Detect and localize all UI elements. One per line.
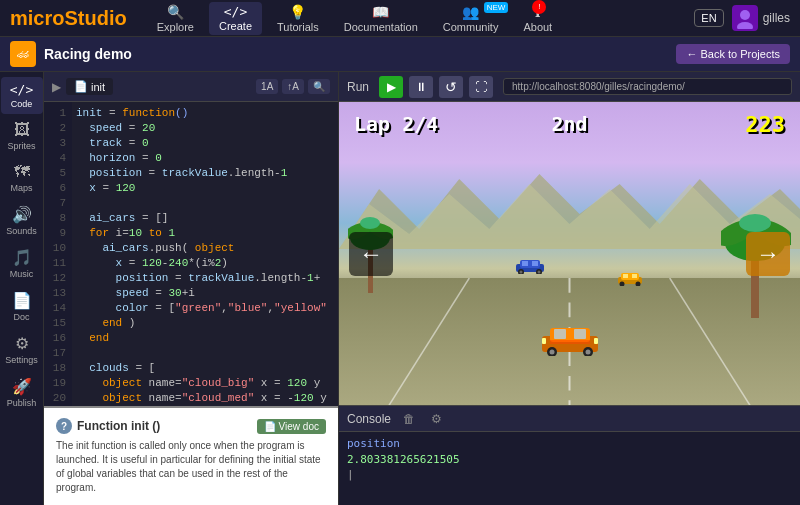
new-badge: NEW (484, 2, 509, 13)
view-doc-button[interactable]: 📄 View doc (257, 419, 326, 434)
username: gilles (763, 11, 790, 25)
svg-point-37 (549, 349, 554, 354)
info-description: The init function is called only once wh… (56, 439, 326, 495)
sidebar-label-code: Code (11, 99, 33, 109)
console-title: Console (347, 412, 391, 426)
sidebar-item-code[interactable]: </> Code (1, 77, 43, 114)
sprites-icon: 🖼 (14, 121, 30, 139)
code-actions: 1A ↑A 🔍 (256, 79, 330, 94)
file-tab-init[interactable]: 📄 init (66, 78, 113, 95)
svg-rect-40 (542, 338, 546, 344)
code-panel: ▶ 📄 init 1A ↑A 🔍 12345 678910 1112131415… (44, 72, 339, 505)
svg-point-11 (360, 217, 380, 229)
sidebar-label-maps: Maps (10, 183, 32, 193)
svg-rect-39 (594, 338, 598, 344)
console-var: position (347, 437, 400, 450)
expand-icon[interactable]: ▶ (52, 80, 61, 94)
left-sidebar: </> Code 🖼 Sprites 🗺 Maps 🔊 Sounds 🎵 Mus… (0, 72, 44, 505)
console-val: 2.803381265621505 (347, 453, 460, 466)
fullscreen-button[interactable]: ⛶ (469, 76, 493, 98)
info-panel: ? Function init () 📄 View doc The init f… (44, 406, 338, 505)
svg-rect-33 (554, 329, 566, 339)
sort-az-button[interactable]: ↑A (282, 79, 304, 94)
run-bar: Run ▶ ⏸ ↺ ⛶ (339, 72, 800, 102)
sounds-icon: 🔊 (12, 205, 32, 224)
tutorials-icon: 💡 (289, 4, 306, 20)
svg-rect-28 (632, 274, 637, 278)
nav-item-create[interactable]: </> Create (209, 2, 262, 35)
logo-micro: micro (10, 7, 64, 29)
console-prompt[interactable]: | (347, 468, 792, 481)
maps-icon: 🗺 (14, 163, 30, 181)
nav-label-about: About (523, 21, 552, 33)
ai-car-blue (514, 256, 546, 278)
info-function-title: Function init () (77, 419, 160, 433)
nav-arrow-right[interactable]: → (746, 232, 790, 276)
sort-1a-button[interactable]: 1A (256, 79, 278, 94)
console-panel: Console 🗑 ⚙ position 2.803381265621505 | (339, 405, 800, 505)
nav-item-explore[interactable]: 🔍 Explore (147, 2, 204, 35)
url-bar[interactable] (503, 78, 792, 95)
svg-point-38 (585, 349, 590, 354)
sidebar-item-settings[interactable]: ⚙ Settings (1, 329, 43, 370)
sidebar-item-doc[interactable]: 📄 Doc (1, 286, 43, 327)
nav-item-community[interactable]: 👥 Community NEW (433, 2, 509, 35)
music-icon: 🎵 (12, 248, 32, 267)
back-to-projects-button[interactable]: ← Back to Projects (676, 44, 790, 64)
game-scene: Lap 2/4 2nd 223 ← → (339, 102, 800, 405)
sidebar-label-settings: Settings (5, 355, 38, 365)
explore-icon: 🔍 (167, 4, 184, 20)
sidebar-label-music: Music (10, 269, 34, 279)
console-value-line: 2.803381265621505 (347, 452, 792, 468)
about-icon: ℹ ! (535, 4, 540, 20)
language-button[interactable]: EN (694, 9, 723, 27)
nav-item-documentation[interactable]: 📖 Documentation (334, 2, 428, 35)
code-content[interactable]: init = function() speed = 20 track = 0 h… (72, 102, 338, 406)
svg-point-0 (740, 10, 750, 20)
game-viewport: Lap 2/4 2nd 223 ← → (339, 102, 800, 405)
console-settings-button[interactable]: ⚙ (427, 410, 446, 428)
sidebar-item-maps[interactable]: 🗺 Maps (1, 158, 43, 198)
user-avatar-area[interactable]: gilles (732, 5, 790, 31)
pause-button[interactable]: ⏸ (409, 76, 433, 98)
sidebar-label-doc: Doc (13, 312, 29, 322)
code-icon: </> (10, 82, 33, 97)
file-icon: 📄 (74, 80, 88, 93)
play-button[interactable]: ▶ (379, 76, 403, 98)
svg-point-16 (739, 214, 771, 232)
svg-point-1 (737, 22, 753, 29)
info-header: ? Function init () 📄 View doc (56, 418, 326, 434)
search-code-button[interactable]: 🔍 (308, 79, 330, 94)
nav-label-tutorials: Tutorials (277, 21, 319, 33)
nav-arrow-left[interactable]: ← (349, 232, 393, 276)
console-clear-button[interactable]: 🗑 (399, 410, 419, 428)
nav-item-about[interactable]: ℹ ! About (513, 2, 562, 35)
sidebar-item-sprites[interactable]: 🖼 Sprites (1, 116, 43, 156)
logo-studio: Studio (64, 7, 126, 29)
ai-car-yellow (616, 270, 644, 290)
sidebar-item-publish[interactable]: 🚀 Publish (1, 372, 43, 413)
hud-lap: Lap 2/4 (354, 112, 438, 136)
documentation-icon: 📖 (372, 4, 389, 20)
nav-label-explore: Explore (157, 21, 194, 33)
console-output-line: position (347, 436, 792, 452)
console-body: position 2.803381265621505 | (339, 432, 800, 505)
project-title: Racing demo (44, 46, 668, 62)
sidebar-item-sounds[interactable]: 🔊 Sounds (1, 200, 43, 241)
sidebar-item-music[interactable]: 🎵 Music (1, 243, 43, 284)
nav-label-documentation: Documentation (344, 21, 418, 33)
info-title: ? Function init () (56, 418, 160, 434)
prompt-symbol: | (347, 468, 354, 481)
svg-rect-19 (522, 261, 528, 266)
line-numbers: 12345 678910 1112131415 1617181920 21222… (44, 102, 72, 406)
sidebar-label-publish: Publish (7, 398, 37, 408)
publish-icon: 🚀 (12, 377, 32, 396)
logo: microStudio (10, 7, 127, 30)
nav-item-tutorials[interactable]: 💡 Tutorials (267, 2, 329, 35)
code-editor[interactable]: 12345 678910 1112131415 1617181920 21222… (44, 102, 338, 406)
right-panel: Run ▶ ⏸ ↺ ⛶ (339, 72, 800, 505)
svg-rect-27 (623, 274, 628, 278)
reload-button[interactable]: ↺ (439, 76, 463, 98)
code-header: ▶ 📄 init 1A ↑A 🔍 (44, 72, 338, 102)
create-icon: </> (224, 4, 247, 19)
